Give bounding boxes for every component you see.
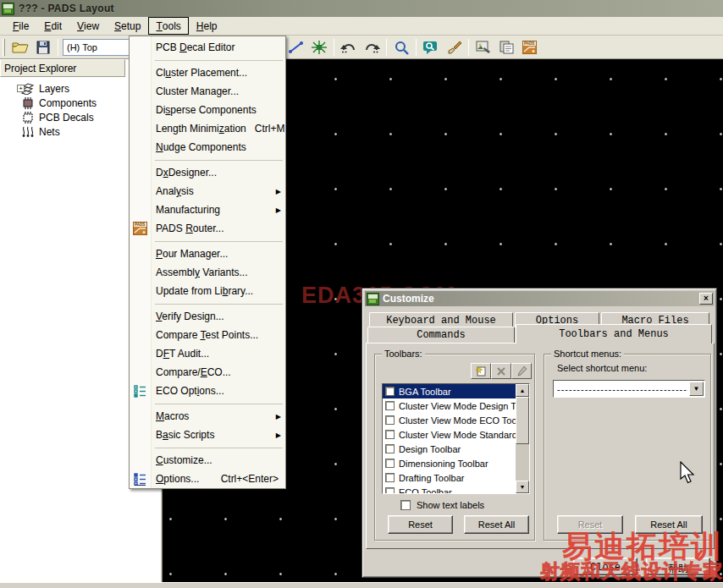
toolbar-checkbox[interactable] (385, 387, 395, 396)
menu-item-basic-scripts[interactable]: Basic Scripts▶ (130, 426, 285, 444)
toolbar-button-image-tool-icon[interactable] (473, 38, 494, 57)
menu-item-label: Macros (156, 410, 279, 422)
toolbar-list-item-eco-toolbar[interactable]: ECO Toolbar (383, 485, 529, 494)
delete-toolbar-button[interactable] (491, 363, 511, 379)
list-scrollbar[interactable]: ▲ ▼ (516, 384, 529, 493)
open-folder-icon[interactable] (10, 38, 30, 57)
menu-item-length-minimization[interactable]: Length MinimizationCtrl+M (130, 119, 285, 138)
shortcut-menu-dropdown[interactable]: ----------------------------------------… (553, 380, 705, 398)
scroll-down-icon[interactable]: ▼ (516, 481, 529, 493)
menu-item-assembly-variants[interactable]: Assembly Variants... (130, 263, 285, 282)
toolbar-checkbox[interactable] (385, 459, 395, 468)
menu-item-manufacturing[interactable]: Manufacturing▶ (130, 201, 285, 219)
menu-item-eco-options[interactable]: ECO Options... (130, 382, 285, 400)
toolbar-checkbox[interactable] (385, 415, 395, 425)
toolbar-grip[interactable] (3, 39, 5, 56)
toolbar-button-redo-icon[interactable] (362, 38, 382, 57)
customize-dialog: Customize × Keyboard and MouseOptionsMac… (362, 288, 717, 578)
toolbar-separator (334, 39, 334, 56)
toolbar-button-view-find-icon[interactable] (421, 38, 441, 57)
menu-item-pour-manager[interactable]: Pour Manager... (130, 245, 285, 263)
toolbar-list-item-cluster-view-mode-standard[interactable]: Cluster View Mode Standard (383, 427, 529, 442)
tree-item-pcb-decals[interactable]: PCB Decals (3, 110, 139, 124)
tab-commands[interactable]: Commands (367, 327, 515, 343)
show-text-labels-checkbox[interactable] (400, 500, 411, 510)
menu-item-verify-design[interactable]: Verify Design... (130, 307, 285, 326)
menu-item-macros[interactable]: Macros▶ (130, 407, 285, 426)
menu-item-compare-eco[interactable]: Compare/ECO... (130, 363, 285, 382)
toolbar-list-item-cluster-view-mode-design-t[interactable]: Cluster View Mode Design T (383, 398, 529, 413)
menu-item-compare-test-points[interactable]: Compare Test Points... (130, 326, 285, 344)
tree-item-nets[interactable]: Nets (3, 124, 139, 139)
toolbar-button-pads-icon[interactable]: PADS (519, 38, 539, 57)
toolbar-list-item-cluster-view-mode-eco-too[interactable]: Cluster View Mode ECO Too (383, 413, 529, 427)
menu-item-cluster-manager[interactable]: Cluster Manager... (130, 82, 285, 101)
new-toolbar-button[interactable] (471, 363, 491, 379)
edit-toolbar-button[interactable] (511, 363, 532, 379)
tab-toolbars-and-menus[interactable]: Toolbars and Menus (516, 324, 712, 343)
toolbar-list-item-dimensioning-toolbar[interactable]: Dimensioning Toolbar (383, 456, 529, 470)
close-button[interactable]: Close (573, 558, 637, 575)
title-bar: ??? - PADS Layout (0, 0, 723, 17)
toolbar-button-paste-icon[interactable] (496, 38, 516, 57)
menubar-item-file[interactable]: File (5, 17, 36, 35)
toolbars-reset-button[interactable]: Reset (388, 515, 453, 534)
pcb-decal-icon (20, 112, 36, 124)
toolbar-button-brush-icon[interactable] (444, 38, 464, 57)
menu-item-cluster-placement[interactable]: Cluster Placement... (130, 63, 285, 82)
menu-item-shortcut: Ctrl+M (255, 123, 285, 135)
tree-item-label: Layers (39, 83, 69, 95)
menu-item-label: Update from Library... (156, 285, 279, 297)
menu-item-update-from-library[interactable]: Update from Library... (130, 282, 285, 300)
menu-separator (130, 157, 285, 163)
help-button[interactable]: 帮助 (646, 558, 710, 575)
tree-item-layers[interactable]: +Layers (3, 81, 139, 96)
tree-item-label: PCB Decals (39, 112, 94, 124)
menu-item-analysis[interactable]: Analysis▶ (130, 182, 285, 201)
menu-item-label: Disperse Components (156, 104, 279, 116)
menubar-item-help[interactable]: Help (189, 17, 225, 35)
toolbar-list-item-design-toolbar[interactable]: Design Toolbar (383, 442, 529, 456)
menu-item-label: Cluster Placement... (156, 67, 279, 79)
menubar-item-view[interactable]: View (69, 17, 107, 35)
shortcut-menus-groupbox: Shortcut menus: Select shortcut menu: --… (544, 354, 711, 541)
menu-item-disperse-components[interactable]: Disperse Components (130, 101, 285, 119)
paste-icon (499, 41, 514, 54)
shortcut-reset-button[interactable]: Reset (557, 515, 623, 534)
expand-icon[interactable]: + (17, 85, 25, 92)
menu-item-customize[interactable]: Customize... (130, 451, 285, 470)
close-icon[interactable]: × (699, 293, 713, 305)
menu-item-options[interactable]: Options...Ctrl+<Enter> (130, 470, 285, 488)
tree-item-components[interactable]: Components (3, 96, 139, 110)
toolbar-button-undo-icon[interactable] (339, 38, 359, 57)
menubar-item-tools[interactable]: Tools (148, 17, 188, 35)
chevron-down-icon[interactable]: ▼ (689, 382, 704, 396)
menubar-item-edit[interactable]: Edit (36, 17, 69, 35)
toolbar-button-component-pins-icon[interactable] (309, 38, 329, 57)
menubar-item-setup[interactable]: Setup (107, 17, 148, 35)
toolbar-button-measure-line-icon[interactable] (286, 38, 306, 57)
toolbar-checkbox[interactable] (385, 430, 395, 439)
toolbar-button-zoom-icon[interactable] (391, 38, 411, 57)
scroll-up-icon[interactable]: ▲ (516, 384, 529, 397)
tab-keyboard-and-mouse[interactable]: Keyboard and Mouse (369, 312, 513, 327)
toolbar-checkbox[interactable] (385, 444, 395, 453)
toolbars-reset-all-button[interactable]: Reset All (464, 515, 529, 534)
menu-item-nudge-components[interactable]: Nudge Components (130, 138, 285, 157)
toolbar-list-item-label: Drafting Toolbar (399, 473, 464, 483)
menu-item-dxdesigner[interactable]: DxDesigner... (130, 163, 285, 182)
show-text-labels-row[interactable]: Show text labels (400, 500, 484, 510)
menu-item-pcb-decal-editor[interactable]: PCB Decal Editor (130, 38, 285, 57)
save-icon[interactable] (33, 38, 53, 57)
shortcut-reset-all-button[interactable]: Reset All (635, 515, 703, 534)
toolbar-checkbox[interactable] (385, 473, 395, 482)
toolbar-list-item-bga-toolbar[interactable]: BGA Toolbar (383, 384, 529, 398)
toolbar-checkbox[interactable] (385, 487, 395, 494)
menu-item-dft-audit[interactable]: DFT Audit... (130, 344, 285, 363)
menu-item-pads-router[interactable]: PADSPADS Router... (130, 219, 285, 238)
menu-item-label: DFT Audit... (156, 348, 279, 360)
dialog-title-bar[interactable]: Customize × (365, 291, 715, 306)
toolbar-checkbox[interactable] (385, 401, 395, 410)
scrollbar-thumb[interactable] (516, 397, 529, 444)
toolbar-list-item-drafting-toolbar[interactable]: Drafting Toolbar (383, 470, 529, 485)
